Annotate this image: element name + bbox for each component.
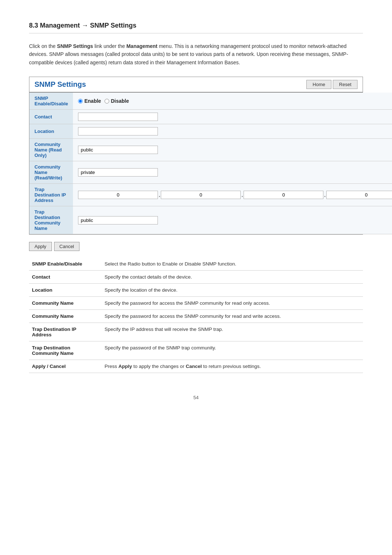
desc-row-trap-ip: Trap Destination IPAddress Specify the I…	[29, 323, 363, 341]
desc-row-trap-community: Trap DestinationCommunity Name Specify t…	[29, 341, 363, 360]
desc-row-community-write: Community Name Specify the password for …	[29, 310, 363, 323]
desc-detail-community-write: Specify the password for access the SNMP…	[102, 310, 363, 323]
panel-buttons: Home Reset	[306, 80, 358, 89]
table-row: Community Name (Read/Write)	[29, 161, 392, 184]
desc-detail-location: Specify the location of the device.	[102, 284, 363, 297]
location-input[interactable]	[78, 127, 158, 135]
table-row: Location	[29, 124, 392, 139]
ip-octet-1[interactable]	[78, 191, 158, 199]
ip-dot-2: .	[241, 192, 244, 198]
desc-detail-contact: Specify the contact details of the devic…	[102, 271, 363, 284]
field-value-location	[73, 124, 392, 139]
radio-disable-label[interactable]: Disable	[105, 98, 129, 104]
desc-row-community-read: Community Name Specify the password for …	[29, 297, 363, 310]
page-footer: 54	[29, 395, 363, 400]
table-row: Contact	[29, 110, 392, 124]
table-row: Trap Destination Community Name	[29, 206, 392, 234]
desc-detail-trap-community: Specify the password of the SNMP trap co…	[102, 341, 363, 360]
desc-detail-apply-cancel: Press Apply to apply the changes or Canc…	[102, 360, 363, 373]
ip-dot-1: .	[158, 192, 161, 198]
desc-detail-community-read: Specify the password for access the SNMP…	[102, 297, 363, 310]
ip-octet-3[interactable]	[244, 191, 323, 199]
desc-term-community-read: Community Name	[29, 297, 102, 310]
field-value-community-write	[73, 161, 392, 184]
radio-enable-label[interactable]: Enable	[78, 98, 101, 104]
desc-detail-snmp-enable: Select the Radio button to Enable or Dis…	[102, 258, 363, 271]
cancel-button[interactable]: Cancel	[54, 242, 79, 251]
desc-term-contact: Contact	[29, 271, 102, 284]
trap-community-input[interactable]	[78, 216, 158, 224]
desc-term-location: Location	[29, 284, 102, 297]
desc-row-snmp-enable: SNMP Enable/Disable Select the Radio but…	[29, 258, 363, 271]
panel-header: SNMP Settings Home Reset	[29, 77, 363, 93]
field-label-trap-community: Trap Destination Community Name	[29, 206, 73, 234]
desc-term-apply-cancel: Apply / Cancel	[29, 360, 102, 373]
contact-input[interactable]	[78, 113, 158, 121]
page-description: Click on the SNMP Settings link under th…	[29, 42, 363, 66]
radio-group-snmp: Enable Disable	[78, 98, 392, 104]
community-read-input[interactable]	[78, 146, 158, 154]
ip-octet-4[interactable]	[326, 191, 392, 199]
field-label-snmp-enable: SNMP Enable/Disable	[29, 93, 73, 110]
desc-row-location: Location Specify the location of the dev…	[29, 284, 363, 297]
field-value-community-read	[73, 139, 392, 161]
desc-term-community-write: Community Name	[29, 310, 102, 323]
table-row: Community Name (Read Only)	[29, 139, 392, 161]
apply-button[interactable]: Apply	[29, 242, 52, 251]
reset-button[interactable]: Reset	[333, 80, 358, 89]
ip-address-group: . . .	[78, 191, 392, 199]
field-label-contact: Contact	[29, 110, 73, 124]
field-value-snmp-enable: Enable Disable	[73, 93, 392, 110]
desc-term-trap-ip: Trap Destination IPAddress	[29, 323, 102, 341]
desc-row-contact: Contact Specify the contact details of t…	[29, 271, 363, 284]
snmp-form-table: SNMP Enable/Disable Enable Disable Conta…	[29, 93, 392, 234]
page-number: 54	[193, 395, 199, 400]
description-table: SNMP Enable/Disable Select the Radio but…	[29, 258, 363, 373]
desc-detail-trap-ip: Specify the IP address that will receive…	[102, 323, 363, 341]
desc-term-trap-community: Trap DestinationCommunity Name	[29, 341, 102, 360]
home-button[interactable]: Home	[306, 80, 331, 89]
table-row: Trap Destination IP Address . . .	[29, 184, 392, 206]
snmp-settings-panel: SNMP Settings Home Reset SNMP Enable/Dis…	[29, 77, 363, 235]
community-write-input[interactable]	[78, 168, 158, 177]
field-value-contact	[73, 110, 392, 124]
action-buttons: Apply Cancel	[29, 242, 363, 251]
radio-disable[interactable]	[105, 99, 109, 104]
field-value-trap-ip: . . .	[73, 184, 392, 206]
field-label-trap-ip: Trap Destination IP Address	[29, 184, 73, 206]
desc-row-apply-cancel: Apply / Cancel Press Apply to apply the …	[29, 360, 363, 373]
field-label-community-read: Community Name (Read Only)	[29, 139, 73, 161]
panel-title: SNMP Settings	[34, 80, 86, 89]
ip-octet-2[interactable]	[161, 191, 241, 199]
field-label-community-write: Community Name (Read/Write)	[29, 161, 73, 184]
radio-enable[interactable]	[78, 99, 83, 104]
ip-dot-3: .	[323, 192, 326, 198]
field-label-location: Location	[29, 124, 73, 139]
desc-term-snmp-enable: SNMP Enable/Disable	[29, 258, 102, 271]
table-row: SNMP Enable/Disable Enable Disable	[29, 93, 392, 110]
page-heading: 8.3 Management → SNMP Settings	[29, 22, 363, 33]
field-value-trap-community	[73, 206, 392, 234]
